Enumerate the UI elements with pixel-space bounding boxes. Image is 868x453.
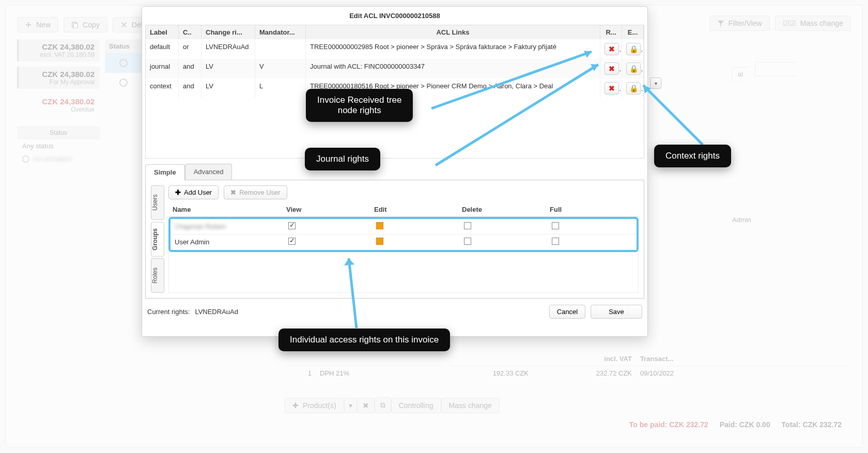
right-panel: al Admin: [732, 62, 851, 224]
lock-acl-button[interactable]: 🔒: [626, 82, 641, 95]
summary-card-2[interactable]: CZK 24,380.02 For My Approval: [17, 67, 100, 89]
cell-name: User Admin: [171, 235, 284, 249]
cell-change-rights: LV: [202, 59, 255, 79]
checkbox-icon[interactable]: [552, 238, 559, 245]
checklist-icon: ☑☑: [783, 19, 796, 27]
status-row-2[interactable]: [105, 73, 142, 92]
status-column: Status: [105, 39, 142, 92]
side-tab-groups[interactable]: Groups: [151, 222, 164, 257]
rights-rows-highlight: Chapman RobertUser Admin: [168, 217, 639, 252]
checkbox-checked-icon[interactable]: [288, 222, 296, 229]
acl-row[interactable]: journalandLVVJournal with ACL: FINC00000…: [146, 59, 644, 79]
summary-card-1[interactable]: CZK 24,380.02 excl. VAT 20,180.59: [17, 39, 100, 61]
side-tab-roles-label: Roles: [151, 268, 159, 284]
copy-line-button[interactable]: ⧉: [375, 397, 391, 413]
controlling-button[interactable]: Controlling: [391, 398, 441, 413]
status-col-header: Status: [105, 39, 142, 53]
summary-list: CZK 24,380.02 excl. VAT 20,180.59 CZK 24…: [17, 39, 100, 165]
dropdown-toggle[interactable]: ▾: [650, 77, 661, 89]
callout-tree-rights: Invoice Received tree node rights: [306, 89, 413, 122]
remove-line-button[interactable]: ✖: [357, 398, 375, 413]
cancel-label: Cancel: [557, 308, 578, 316]
tab-advanced[interactable]: Advanced: [185, 164, 233, 180]
status-option-hidden[interactable]: Ke schválení: [17, 153, 100, 165]
summary-amount: CZK 24,380.02: [24, 70, 95, 79]
side-tab-roles[interactable]: Roles: [151, 258, 164, 293]
checkbox-partial-icon[interactable]: [376, 222, 383, 229]
cell-label: default: [146, 39, 179, 59]
products-button[interactable]: ✚ Product(s): [285, 398, 344, 413]
cell-tax: DPH 21%: [316, 366, 429, 380]
copy-icon: ⧉: [380, 401, 385, 410]
col-mandatory: Mandator...: [255, 25, 306, 39]
line-item-row[interactable]: 1 DPH 21% 192.33 CZK 232.72 CZK 09/10/20…: [285, 366, 851, 380]
remove-acl-button[interactable]: ✖: [605, 43, 619, 55]
edit-acl-modal: Edit ACL INVC000000210588 Label C.. Chan…: [142, 6, 648, 337]
status-row-1[interactable]: [105, 53, 142, 73]
copy-icon: [71, 21, 79, 28]
checkbox-checked-icon[interactable]: [288, 238, 296, 245]
plus-icon: ✚: [175, 189, 181, 196]
rights-row[interactable]: Chapman Robert: [171, 219, 637, 235]
copy-button[interactable]: Copy: [64, 17, 107, 33]
remove-user-button[interactable]: ✖ Remove User: [224, 185, 287, 199]
mass-change-lines-button[interactable]: Mass change: [441, 398, 500, 413]
status-header: Status: [17, 127, 100, 139]
checkbox-partial-icon[interactable]: [376, 238, 383, 245]
col-acl-links: ACL Links: [306, 25, 600, 39]
filter-view-button[interactable]: Filter/View: [709, 15, 770, 31]
save-button[interactable]: Save: [591, 305, 642, 319]
col-remove: R...: [600, 25, 622, 39]
summary-amount-overdue: CZK 24,380.02: [22, 97, 95, 106]
cell-edit: [372, 219, 460, 234]
modal-title: Edit ACL INVC000000210588: [142, 7, 647, 25]
plus-icon: [25, 21, 32, 28]
add-user-button[interactable]: ✚ Add User: [168, 185, 219, 199]
summary-card-3[interactable]: CZK 24,380.02 Overdue: [17, 94, 100, 116]
rights-row[interactable]: User Admin: [171, 235, 637, 250]
col-edit: Edit: [370, 202, 458, 216]
close-icon: ✖: [230, 189, 236, 196]
products-label: Product(s): [303, 401, 336, 410]
tab-simple[interactable]: Simple: [145, 164, 185, 180]
close-icon: ✖: [609, 45, 615, 53]
cell-change-rights: LVNEDRAuAd: [202, 39, 255, 59]
lock-icon: 🔒: [629, 45, 638, 53]
new-button[interactable]: New: [17, 17, 58, 33]
current-rights-value: LVNEDRAuAd: [195, 308, 238, 316]
remove-acl-button[interactable]: ✖: [605, 82, 619, 95]
breadcrumb-chip[interactable]: al: [732, 67, 753, 82]
lock-acl-button[interactable]: 🔒: [626, 63, 641, 75]
side-tab-users[interactable]: Users: [151, 185, 164, 220]
chevron-down-icon: ▾: [349, 401, 352, 410]
col-view: View: [282, 202, 370, 216]
remove-acl-button[interactable]: ✖: [605, 63, 619, 75]
controlling-label: Controlling: [399, 401, 433, 410]
cell-amount: 192.33 CZK: [429, 366, 533, 380]
acl-table-header: Label C.. Change ri... Mandator... ACL L…: [146, 25, 644, 39]
cell-view: [284, 235, 372, 249]
products-dropdown[interactable]: ▾: [344, 398, 357, 413]
col-change-rights: Change ri...: [202, 25, 255, 39]
status-option-label: Ke schválení: [34, 155, 72, 163]
col-label: Label: [146, 25, 179, 39]
total: Total: CZK 232.72: [782, 420, 842, 429]
totals-bar: To be paid: CZK 232.72 Paid: CZK 0.00 To…: [629, 420, 851, 429]
cancel-button[interactable]: Cancel: [549, 305, 585, 319]
checkbox-icon[interactable]: [464, 238, 471, 245]
breadcrumb-chip-empty[interactable]: [755, 62, 801, 76]
cell-label: context: [146, 79, 179, 98]
acl-row[interactable]: defaultorLVNEDRAuAdTREE000000002985 Root…: [146, 39, 644, 59]
col-incl-vat: incl. VAT: [533, 352, 636, 366]
mass-change-button[interactable]: ☑☑ Mass change: [775, 15, 851, 31]
radio-icon: [22, 155, 29, 163]
lock-acl-button[interactable]: 🔒: [626, 43, 641, 55]
checkbox-icon[interactable]: [552, 222, 559, 229]
current-rights-label: Current rights:: [147, 308, 190, 316]
any-status-option[interactable]: Any status: [17, 139, 100, 153]
tab-simple-label: Simple: [154, 168, 176, 176]
lock-icon: 🔒: [629, 84, 638, 92]
cell-incl-vat: 232.72 CZK: [533, 366, 636, 380]
checkbox-icon[interactable]: [464, 222, 471, 229]
tab-advanced-label: Advanced: [194, 168, 224, 176]
